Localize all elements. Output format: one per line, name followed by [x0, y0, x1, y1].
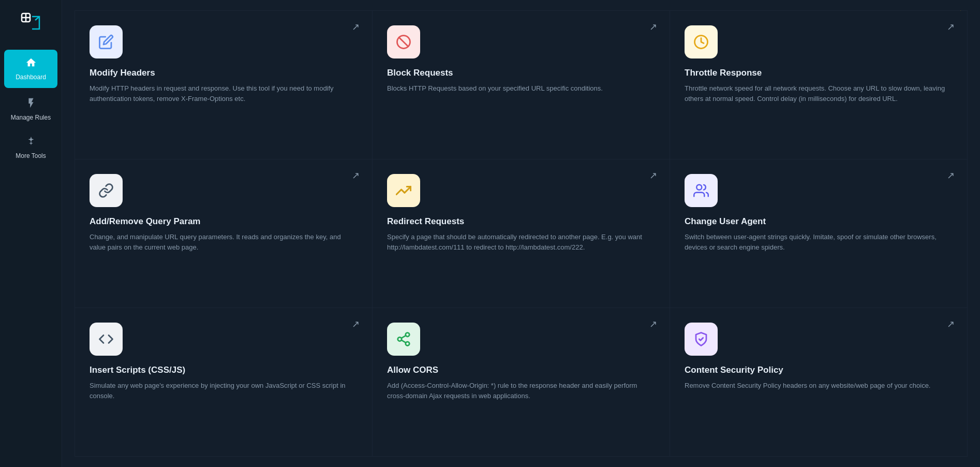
tool-card-insert-scripts[interactable]: ↗ Insert Scripts (CSS/JS) Simulate any w… — [75, 308, 372, 456]
tool-card-allow-cors[interactable]: ↗ Allow CORS Add (Access-Control-Allow-O… — [373, 308, 670, 456]
pencil-icon — [90, 25, 123, 59]
tool-card-add-remove-query-param[interactable]: ↗ Add/Remove Query Param Change, and man… — [75, 159, 372, 308]
tool-description: Throttle network speed for all network r… — [685, 83, 953, 104]
sidebar-item-manage-rules-label: Manage Rules — [11, 114, 51, 121]
sidebar-item-manage-rules[interactable]: Manage Rules — [0, 90, 62, 128]
external-link-icon: ↗ — [649, 21, 657, 33]
external-link-icon: ↗ — [947, 21, 955, 33]
app-logo — [17, 8, 46, 37]
svg-point-6 — [696, 185, 702, 190]
tool-description: Switch between user-agent strings quickl… — [685, 232, 953, 253]
link-icon — [90, 174, 123, 207]
tool-card-block-requests[interactable]: ↗ Block Requests Blocks HTTP Requests ba… — [373, 11, 670, 159]
tool-title: Insert Scripts (CSS/JS) — [90, 365, 358, 375]
external-link-icon: ↗ — [947, 318, 955, 330]
svg-line-10 — [402, 340, 406, 343]
tool-title: Block Requests — [387, 68, 655, 78]
external-link-icon: ↗ — [352, 170, 360, 181]
trending-up-icon — [387, 174, 420, 207]
sidebar-item-more-tools[interactable]: More Tools — [0, 128, 62, 167]
tool-description: Specify a page that should be automatica… — [387, 232, 655, 253]
clock-icon — [685, 25, 718, 59]
external-link-icon: ↗ — [649, 318, 657, 330]
tool-card-content-security-policy[interactable]: ↗ Content Security Policy Remove Content… — [670, 308, 967, 456]
tool-card-throttle-response[interactable]: ↗ Throttle Response Throttle network spe… — [670, 11, 967, 159]
tool-card-change-user-agent[interactable]: ↗ Change User Agent Switch between user-… — [670, 159, 967, 308]
tool-description: Modify HTTP headers in request and respo… — [90, 83, 358, 104]
sparkle-icon — [25, 136, 37, 149]
tool-title: Add/Remove Query Param — [90, 216, 358, 227]
tool-title: Redirect Requests — [387, 216, 655, 227]
external-link-icon: ↗ — [649, 170, 657, 181]
tool-title: Allow CORS — [387, 365, 655, 375]
shield-icon — [685, 323, 718, 356]
sidebar-item-more-tools-label: More Tools — [16, 152, 46, 159]
svg-line-11 — [402, 335, 406, 338]
sidebar: Dashboard Manage Rules More Tools — [0, 0, 62, 467]
tool-card-redirect-requests[interactable]: ↗ Redirect Requests Specify a page that … — [373, 159, 670, 308]
tool-title: Change User Agent — [685, 216, 953, 227]
tool-title: Modify Headers — [90, 68, 358, 78]
tool-card-modify-headers[interactable]: ↗ Modify Headers Modify HTTP headers in … — [75, 11, 372, 159]
tool-description: Remove Content Security Policy headers o… — [685, 381, 953, 391]
user-group-icon — [685, 174, 718, 207]
home-icon — [25, 57, 37, 70]
external-link-icon: ↗ — [352, 318, 360, 330]
tool-title: Content Security Policy — [685, 365, 953, 375]
tool-description: Add (Access-Control-Allow-Origin: *) rul… — [387, 381, 655, 401]
bolt-icon — [25, 97, 37, 111]
share-icon — [387, 323, 420, 356]
main-content: 🌙 ↗ Modify Headers Modify HTTP headers i… — [62, 0, 980, 467]
svg-line-4 — [399, 37, 408, 47]
code-icon — [90, 323, 123, 356]
sidebar-item-dashboard-label: Dashboard — [16, 74, 46, 81]
tool-description: Change, and manipulate URL query paramet… — [90, 232, 358, 253]
tools-grid: ↗ Modify Headers Modify HTTP headers in … — [75, 10, 968, 457]
external-link-icon: ↗ — [352, 21, 360, 33]
tool-title: Throttle Response — [685, 68, 953, 78]
tool-description: Blocks HTTP Requests based on your speci… — [387, 83, 655, 94]
external-link-icon: ↗ — [947, 170, 955, 181]
sidebar-item-dashboard[interactable]: Dashboard — [4, 50, 57, 88]
tool-description: Simulate any web page's experience by in… — [90, 381, 358, 401]
block-icon — [387, 25, 420, 59]
